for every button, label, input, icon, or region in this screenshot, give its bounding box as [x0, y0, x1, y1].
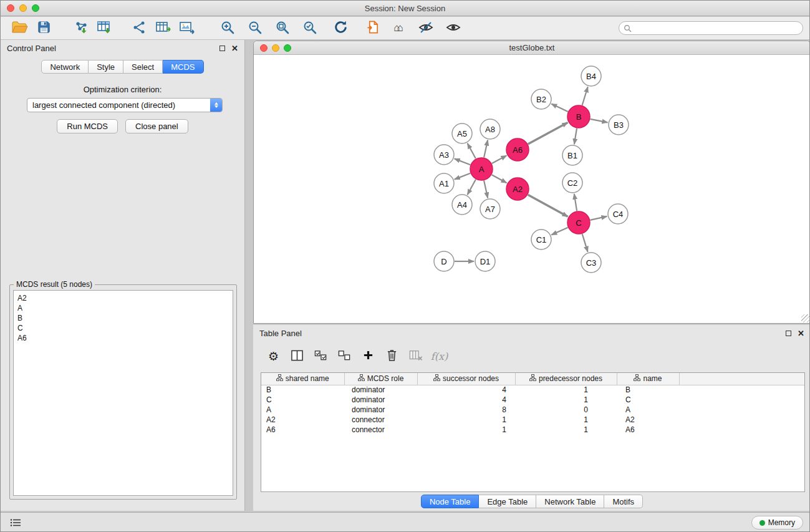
hide-graphics-details-button[interactable]: [412, 18, 440, 38]
delete-column-button[interactable]: [405, 346, 426, 366]
graph-node-A7[interactable]: A7: [480, 199, 500, 219]
tab-node-table[interactable]: Node Table: [421, 495, 480, 508]
graph-edge-A-A6[interactable]: [492, 155, 507, 163]
table-cell[interactable]: 1: [515, 395, 617, 405]
graph-node-C[interactable]: C: [567, 211, 590, 234]
graph-edge-C-C3[interactable]: [582, 234, 588, 252]
tab-style[interactable]: Style: [89, 60, 123, 74]
network-canvas[interactable]: B4B2BB3A8A5A6A3B1AC2A1A2A4A7C4CC1C3DD1: [254, 55, 810, 323]
tab-mcds[interactable]: MCDS: [163, 60, 203, 74]
graph-node-B3[interactable]: B3: [609, 115, 629, 135]
graph-edge-A-A3[interactable]: [455, 158, 471, 165]
graph-node-A[interactable]: A: [470, 158, 493, 180]
table-row[interactable]: Cdominator41C: [261, 395, 804, 405]
close-table-panel-icon[interactable]: ✕: [798, 329, 804, 337]
table-cell[interactable]: C: [617, 395, 679, 405]
table-cell[interactable]: B: [261, 385, 344, 395]
tab-network[interactable]: Network: [41, 60, 89, 74]
graph-edge-A-A4[interactable]: [468, 180, 476, 195]
graph-node-B1[interactable]: B1: [562, 145, 582, 165]
column-header[interactable]: MCDS role: [344, 373, 417, 385]
table-cell[interactable]: 4: [417, 395, 515, 405]
export-document-button[interactable]: [361, 18, 385, 38]
table-cell[interactable]: dominator: [344, 395, 417, 405]
graph-node-C4[interactable]: C4: [608, 204, 628, 224]
graph-edge-B-B3[interactable]: [591, 119, 608, 123]
table-cell[interactable]: A: [261, 405, 344, 415]
graph-edge-A-A2[interactable]: [492, 175, 507, 183]
table-cell[interactable]: B: [617, 385, 679, 395]
network-graph[interactable]: B4B2BB3A8A5A6A3B1AC2A1A2A4A7C4CC1C3DD1: [254, 55, 810, 323]
graph-node-A6[interactable]: A6: [506, 138, 529, 161]
table-cell[interactable]: A2: [261, 415, 344, 425]
table-cell[interactable]: connector: [344, 415, 417, 425]
table-cell[interactable]: 1: [417, 425, 515, 435]
table-cell[interactable]: A6: [261, 425, 344, 435]
graph-node-C1[interactable]: C1: [531, 230, 551, 249]
apply-layout-button[interactable]: [329, 18, 352, 38]
mcds-result-item[interactable]: A2: [17, 293, 229, 303]
column-header[interactable]: predecessor nodes: [515, 373, 617, 385]
graph-node-A4[interactable]: A4: [452, 195, 472, 215]
graph-edge-A2-C[interactable]: [528, 195, 568, 216]
tab-network-table[interactable]: Network Table: [536, 495, 604, 508]
insert-column-button[interactable]: [287, 346, 307, 366]
table-cell[interactable]: 4: [417, 385, 515, 395]
table-cell[interactable]: 0: [515, 405, 617, 415]
table-row[interactable]: A6connector11A6: [261, 425, 804, 435]
graph-node-A1[interactable]: A1: [434, 173, 454, 193]
graph-node-C2[interactable]: C2: [562, 173, 582, 193]
apply-function-button[interactable]: f(x): [429, 346, 450, 366]
table-cell[interactable]: 8: [417, 405, 515, 415]
zoom-selected-button[interactable]: [296, 18, 324, 38]
graph-edge-C-C4[interactable]: [591, 216, 607, 220]
graph-edge-C-C2[interactable]: [574, 194, 577, 211]
graph-edge-B-B4[interactable]: [582, 87, 588, 105]
zoom-out-button[interactable]: [241, 18, 269, 38]
close-panel-button[interactable]: Close panel: [125, 119, 188, 133]
zoom-fit-button[interactable]: [269, 18, 296, 38]
criterion-select[interactable]: largest connected component (directed): [27, 98, 223, 112]
tab-motifs[interactable]: Motifs: [604, 495, 643, 508]
table-row[interactable]: A2connector11A2: [261, 415, 804, 425]
graph-node-A3[interactable]: A3: [434, 145, 454, 165]
resize-grip[interactable]: [801, 314, 809, 322]
column-header[interactable]: successor nodes: [417, 373, 515, 385]
table-cell[interactable]: C: [261, 395, 344, 405]
table-cell[interactable]: 1: [515, 425, 617, 435]
column-header[interactable]: name: [617, 373, 679, 385]
close-panel-icon[interactable]: ✕: [231, 44, 238, 52]
tab-select[interactable]: Select: [123, 60, 163, 74]
delete-row-button[interactable]: [382, 346, 402, 366]
table-cell[interactable]: 1: [515, 385, 617, 395]
mcds-result-item[interactable]: A6: [17, 333, 229, 343]
open-file-button[interactable]: [8, 18, 32, 38]
zoom-in-button[interactable]: [214, 18, 241, 38]
graph-node-C3[interactable]: C3: [581, 253, 601, 273]
table-cell[interactable]: 1: [515, 415, 617, 425]
graph-node-B[interactable]: B: [567, 105, 590, 128]
graph-edge-A-A5[interactable]: [468, 143, 476, 159]
graph-edge-A-A7[interactable]: [484, 181, 488, 198]
save-session-button[interactable]: [32, 18, 55, 38]
table-cell[interactable]: dominator: [344, 405, 417, 415]
float-panel-icon[interactable]: [219, 46, 225, 51]
table-cell[interactable]: A6: [617, 425, 679, 435]
column-header[interactable]: shared name: [261, 373, 344, 385]
graph-edge-B-B2[interactable]: [551, 104, 568, 112]
graph-edge-C-C1[interactable]: [551, 228, 567, 235]
table-cell[interactable]: dominator: [344, 385, 417, 395]
tab-edge-table[interactable]: Edge Table: [479, 495, 536, 508]
table-row[interactable]: Bdominator41B: [261, 385, 804, 395]
graph-node-B4[interactable]: B4: [581, 66, 601, 86]
graph-node-A8[interactable]: A8: [480, 119, 500, 139]
table-cell[interactable]: 1: [417, 415, 515, 425]
select-all-button[interactable]: [311, 346, 331, 366]
graph-edge-B-B1[interactable]: [574, 128, 577, 144]
import-table-button[interactable]: [93, 18, 117, 38]
mcds-result-item[interactable]: A: [17, 303, 229, 313]
new-network-from-selection-button[interactable]: [128, 18, 152, 38]
graph-edge-A6-B[interactable]: [528, 123, 568, 145]
task-history-button[interactable]: [7, 517, 24, 530]
add-row-button[interactable]: [358, 346, 378, 366]
